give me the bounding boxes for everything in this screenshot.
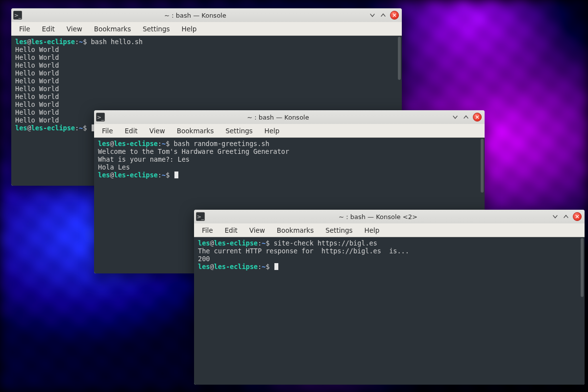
menu-edit[interactable]: Edit bbox=[119, 125, 144, 137]
maximize-button[interactable] bbox=[462, 113, 470, 121]
menu-view[interactable]: View bbox=[61, 23, 88, 35]
menu-file[interactable]: File bbox=[96, 125, 119, 137]
scrollbar[interactable] bbox=[580, 237, 585, 385]
maximize-button[interactable] bbox=[379, 11, 387, 19]
titlebar[interactable]: >_ ~ : bash — Konsole bbox=[94, 110, 485, 124]
titlebar[interactable]: >_ ~ : bash — Konsole bbox=[11, 8, 402, 22]
titlebar[interactable]: >_ ~ : bash — Konsole <2> bbox=[194, 210, 585, 223]
menu-settings[interactable]: Settings bbox=[137, 23, 175, 35]
konsole-app-icon: >_ bbox=[13, 11, 22, 20]
close-button[interactable] bbox=[390, 11, 399, 20]
menubar: File Edit View Bookmarks Settings Help bbox=[11, 22, 402, 36]
terminal-window-3: >_ ~ : bash — Konsole <2> File Edit View… bbox=[194, 210, 585, 385]
menu-edit[interactable]: Edit bbox=[36, 23, 61, 35]
window-title: ~ : bash — Konsole bbox=[108, 114, 448, 121]
close-button[interactable] bbox=[573, 212, 582, 221]
menu-bookmarks[interactable]: Bookmarks bbox=[271, 224, 319, 236]
menu-settings[interactable]: Settings bbox=[319, 224, 358, 236]
window-title: ~ : bash — Konsole <2> bbox=[208, 213, 548, 220]
menu-bookmarks[interactable]: Bookmarks bbox=[171, 125, 220, 137]
scrollbar-thumb[interactable] bbox=[398, 37, 401, 80]
menu-file[interactable]: File bbox=[13, 23, 36, 35]
menu-help[interactable]: Help bbox=[259, 125, 286, 137]
close-button[interactable] bbox=[473, 113, 482, 122]
konsole-app-icon: >_ bbox=[96, 113, 105, 122]
menu-view[interactable]: View bbox=[244, 224, 271, 236]
menu-view[interactable]: View bbox=[144, 125, 171, 137]
minimize-button[interactable] bbox=[551, 213, 559, 220]
konsole-app-icon: >_ bbox=[196, 212, 205, 221]
menu-file[interactable]: File bbox=[196, 224, 219, 236]
menu-settings[interactable]: Settings bbox=[220, 125, 258, 137]
window-title: ~ : bash — Konsole bbox=[25, 12, 366, 19]
terminal-output[interactable]: les@les-eclipse:~$ site-check https://bi… bbox=[194, 237, 580, 385]
menu-bookmarks[interactable]: Bookmarks bbox=[88, 23, 137, 35]
menubar: File Edit View Bookmarks Settings Help bbox=[194, 223, 585, 237]
minimize-button[interactable] bbox=[451, 113, 459, 121]
scrollbar-thumb[interactable] bbox=[581, 238, 584, 297]
menubar: File Edit View Bookmarks Settings Help bbox=[94, 124, 485, 138]
maximize-button[interactable] bbox=[562, 213, 570, 220]
scrollbar-thumb[interactable] bbox=[481, 139, 484, 193]
menu-help[interactable]: Help bbox=[176, 23, 203, 35]
minimize-button[interactable] bbox=[368, 11, 376, 19]
menu-help[interactable]: Help bbox=[359, 224, 386, 236]
menu-edit[interactable]: Edit bbox=[219, 224, 244, 236]
